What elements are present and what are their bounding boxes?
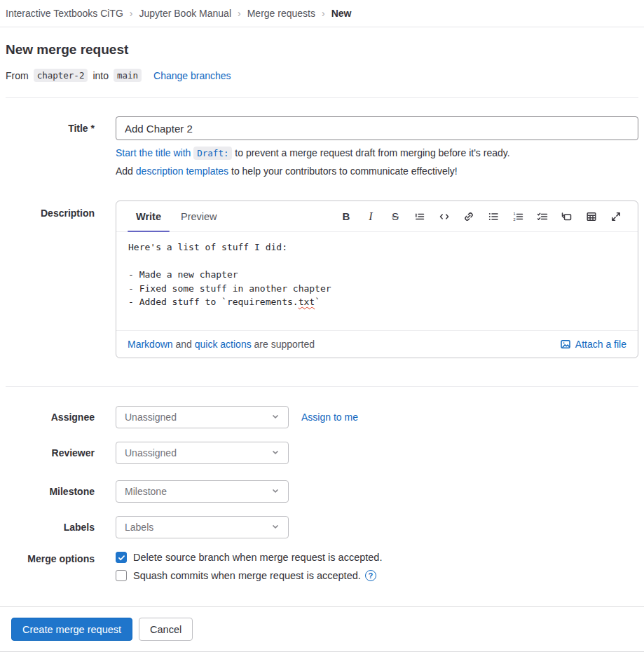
reviewer-label: Reviewer <box>6 447 95 459</box>
head-divider <box>6 97 638 98</box>
collapsible-section-button[interactable] <box>556 206 577 227</box>
breadcrumb-current-page: New <box>331 8 352 19</box>
cancel-button[interactable]: Cancel <box>139 618 193 641</box>
svg-text:1: 1 <box>513 212 515 216</box>
chevron-down-icon <box>271 412 280 421</box>
draft-code-chip: Draft: <box>193 147 232 160</box>
branch-summary: From chapter-2 into main Change branches <box>6 69 638 82</box>
assignee-label: Assignee <box>6 412 95 423</box>
start-title-with-draft-link[interactable]: Start the title with <box>116 147 191 158</box>
breadcrumb-group-link[interactable]: Interactive Textbooks CiTG <box>6 8 123 19</box>
table-button[interactable] <box>581 206 602 227</box>
description-templates-link[interactable]: description templates <box>136 165 228 177</box>
markdown-help-link[interactable]: Markdown <box>128 339 173 350</box>
chevron-down-icon <box>271 448 280 456</box>
labels-label: Labels <box>6 522 95 533</box>
labels-dropdown[interactable]: Labels <box>116 516 289 538</box>
breadcrumb-separator-icon: › <box>238 8 241 19</box>
squash-commits-checkbox[interactable] <box>116 570 127 581</box>
code-button[interactable] <box>434 206 455 227</box>
labels-row: Labels Labels <box>6 516 638 538</box>
tab-preview[interactable]: Preview <box>172 201 226 231</box>
milestone-row: Milestone Milestone <box>6 480 638 503</box>
breadcrumb-separator-icon: › <box>130 8 133 19</box>
milestone-dropdown[interactable]: Milestone <box>116 480 289 503</box>
description-textarea[interactable]: Here's a list of stuff I did: - Made a n… <box>116 232 638 330</box>
reviewer-dropdown[interactable]: Unassigned <box>116 442 289 464</box>
numbered-list-icon: 12 <box>512 211 523 222</box>
attach-file-icon <box>560 339 571 350</box>
table-icon <box>586 211 597 222</box>
description-line: - Made a new chapter <box>128 269 626 283</box>
merge-options-row: Merge options Delete source branch when … <box>6 552 638 588</box>
squash-commits-option[interactable]: Squash commits when merge request is acc… <box>116 570 638 581</box>
quote-button[interactable] <box>409 206 430 227</box>
misspelled-word: txt <box>299 297 315 307</box>
assignee-row: Assignee Unassigned Assign to me <box>6 406 638 428</box>
description-line: Here's a list of stuff I did: <box>128 242 626 256</box>
milestone-label: Milestone <box>6 486 95 497</box>
assign-to-me-link[interactable]: Assign to me <box>301 412 358 423</box>
description-line: - Added stuff to `requirements.txt` <box>128 297 626 311</box>
link-icon <box>463 211 474 222</box>
bullet-list-icon <box>488 211 499 222</box>
full-screen-button[interactable] <box>605 206 626 227</box>
check-icon <box>118 554 125 562</box>
templates-hint-prefix: Add <box>116 165 136 177</box>
section-divider <box>6 386 638 387</box>
delete-source-branch-checkbox[interactable] <box>116 552 127 563</box>
title-row: Title * <box>6 116 638 140</box>
attach-file-button[interactable]: Attach a file <box>560 339 626 350</box>
description-line <box>128 256 626 270</box>
full-screen-icon <box>610 211 622 222</box>
svg-text:2: 2 <box>513 217 515 221</box>
title-input[interactable] <box>116 116 638 140</box>
italic-button[interactable]: I <box>360 206 381 227</box>
chevron-down-icon <box>271 522 280 531</box>
target-branch-chip: main <box>114 69 142 82</box>
code-icon <box>439 211 450 222</box>
task-list-icon <box>537 211 548 222</box>
templates-hint-row: Add description templates to help your c… <box>6 165 638 178</box>
footer-and-text: and <box>173 339 195 350</box>
strikethrough-button[interactable]: S <box>385 206 406 227</box>
reviewer-row: Reviewer Unassigned <box>6 442 638 464</box>
breadcrumb: Interactive Textbooks CiTG › Jupyter Boo… <box>0 0 644 27</box>
bold-button[interactable]: B <box>336 206 357 227</box>
tab-write[interactable]: Write <box>128 201 170 231</box>
description-line: - Fixed some stuff in another chapter <box>128 283 626 297</box>
breadcrumb-merge-requests-link[interactable]: Merge requests <box>247 8 315 19</box>
description-label: Description <box>6 201 95 219</box>
markdown-toolbar: Write Preview B I S <box>116 201 638 232</box>
assignee-dropdown[interactable]: Unassigned <box>116 406 289 428</box>
bold-icon: B <box>343 211 350 222</box>
merge-options-label: Merge options <box>6 552 95 564</box>
squash-help-icon[interactable]: ? <box>365 570 376 581</box>
templates-hint-suffix: to help your contributors to communicate… <box>228 165 458 177</box>
draft-hint-row: Start the title with Draft: to prevent a… <box>6 147 638 160</box>
quick-actions-help-link[interactable]: quick actions <box>195 339 252 350</box>
create-merge-request-button[interactable]: Create merge request <box>11 618 132 641</box>
delete-source-branch-option[interactable]: Delete source branch when merge request … <box>116 552 638 563</box>
breadcrumb-project-link[interactable]: Jupyter Book Manual <box>139 8 231 19</box>
editor-footer: Markdown and quick actions are supported… <box>116 330 638 358</box>
from-label: From <box>6 70 29 81</box>
delete-source-branch-label: Delete source branch when merge request … <box>133 552 382 563</box>
draft-hint-text: to prevent a merge request draft from me… <box>232 147 509 158</box>
squash-commits-label: Squash commits when merge request is acc… <box>133 570 361 581</box>
footer-supported-text: are supported <box>252 339 315 350</box>
chevron-down-icon <box>271 487 280 495</box>
into-label: into <box>93 70 109 81</box>
task-list-button[interactable] <box>532 206 553 227</box>
quote-icon <box>414 211 425 222</box>
markdown-editor: Write Preview B I S <box>116 201 638 358</box>
source-branch-chip: chapter-2 <box>34 69 88 82</box>
collapsible-section-icon <box>561 211 573 222</box>
bullet-list-button[interactable] <box>483 206 504 227</box>
link-button[interactable] <box>458 206 479 227</box>
title-label: Title * <box>6 123 95 134</box>
change-branches-link[interactable]: Change branches <box>153 70 231 81</box>
italic-icon: I <box>369 211 372 222</box>
numbered-list-button[interactable]: 12 <box>507 206 528 227</box>
strikethrough-icon: S <box>392 211 399 222</box>
